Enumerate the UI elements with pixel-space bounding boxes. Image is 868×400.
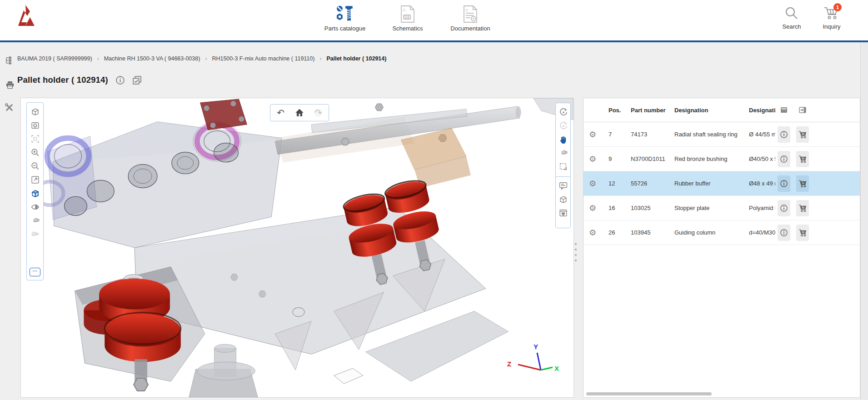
row-add-to-cart-button[interactable] (796, 200, 809, 216)
redo-button[interactable]: ↷ (314, 105, 322, 120)
column-header-designation[interactable]: Designation (668, 107, 742, 114)
inquiry-label: Inquiry (823, 23, 840, 30)
zoom-in-button[interactable] (30, 147, 40, 157)
part-info-button[interactable] (115, 75, 125, 85)
breadcrumb-item-assembly[interactable]: RH1500-3 F-mix Auto machine ( 119110) (212, 55, 314, 62)
rotate-alt-button[interactable] (558, 120, 569, 130)
cell-pos: 7 (602, 131, 624, 138)
cell-pos: 16 (602, 205, 624, 211)
tab-documentation[interactable]: A Documentation (439, 3, 502, 32)
home-view-button[interactable] (294, 108, 304, 118)
documentation-icon: A (462, 3, 479, 23)
rotate-button[interactable] (558, 107, 569, 117)
fit-screen-button[interactable] (30, 175, 40, 185)
svg-text:Y: Y (534, 343, 538, 350)
breadcrumb-item-machine[interactable]: Machine RH 1500-3 VA ( 94663-0038) (104, 55, 200, 62)
assembly-gears-button[interactable]: ⚙⚙ (30, 215, 40, 225)
column-header-pos[interactable]: Pos. (602, 107, 624, 114)
hierarchy-tree-icon[interactable] (5, 56, 14, 65)
column-header-part-number[interactable]: Part number (624, 107, 668, 114)
3d-model-canvas[interactable] (21, 98, 574, 397)
row-info-button[interactable] (778, 175, 790, 192)
print-button[interactable] (5, 81, 15, 90)
svg-text:Z: Z (507, 360, 511, 368)
cube-button[interactable] (558, 194, 569, 204)
viewer-left-toolbar: ⚙⚙ ⚙⚙+ ··· (26, 102, 44, 280)
nav-label-schematics: Schematics (392, 25, 423, 32)
column-header-designation2[interactable]: Designation (742, 107, 775, 114)
row-settings-gear-icon[interactable]: ⚙ (584, 228, 602, 237)
more-tools-button[interactable]: ··· (30, 268, 40, 276)
row-settings-gear-icon[interactable]: ⚙ (584, 203, 602, 213)
collapse-panel-button[interactable] (793, 106, 813, 114)
inquiry-badge: 1 (833, 3, 842, 11)
tools-panel-button[interactable] (5, 103, 14, 112)
viewer-settings-button[interactable] (30, 120, 40, 130)
row-info-button[interactable] (778, 200, 790, 216)
undo-button[interactable]: ↶ (277, 105, 284, 120)
title-row: Pallet holder ( 102914) (17, 75, 142, 85)
transparency-cube-button[interactable] (30, 188, 40, 198)
viewer-panel: ⚙⚙ ⚙⚙+ ··· ↶ ↷ (20, 98, 574, 398)
top-header: Parts catalogue A Schematics (0, 0, 868, 40)
tab-parts-catalogue[interactable]: Parts catalogue (314, 3, 376, 32)
row-add-to-cart-button[interactable] (796, 175, 809, 192)
viewer-output-toolbar (555, 176, 571, 228)
breadcrumb-separator: › (319, 55, 321, 62)
inquiry-button[interactable]: 1 Inquiry (818, 4, 845, 30)
row-settings-gear-icon[interactable]: ⚙ (584, 130, 602, 139)
company-logo[interactable] (14, 2, 40, 29)
page-title: Pallet holder ( 102914) (17, 75, 108, 85)
zoom-out-button[interactable] (30, 161, 40, 171)
search-button[interactable]: Search (778, 4, 805, 30)
breadcrumb-item-project[interactable]: BAUMA 2019 ( SAR9999999) (17, 55, 92, 62)
row-add-to-cart-button[interactable] (796, 225, 809, 241)
breadcrumb: BAUMA 2019 ( SAR9999999) › Machine RH 15… (17, 55, 386, 62)
cell-designation2: Polyamid b (742, 205, 775, 211)
annotation-button[interactable] (558, 180, 569, 190)
row-info-button[interactable] (778, 151, 790, 167)
table-row[interactable]: ⚙ 16 103025 Stopper plate Polyamid b (584, 196, 860, 220)
svg-text:A: A (403, 8, 405, 12)
fit-selection-button[interactable] (30, 134, 40, 144)
cell-designation2: Ø48 x 49 r (742, 180, 775, 187)
viewer-history-toolbar: ↶ ↷ (270, 104, 329, 121)
application-window: Parts catalogue A Schematics (0, 0, 868, 400)
schematics-icon: A (399, 3, 416, 23)
row-settings-gear-icon[interactable]: ⚙ (584, 179, 602, 188)
exchange-gears-button[interactable]: ⚙⚙ (558, 148, 569, 158)
table-row[interactable]: ⚙ 9 N3700D1011 Red bronze bushing Ø40/50… (584, 147, 860, 171)
table-row[interactable]: ⚙ 12 55726 Rubber buffer Ø48 x 49 r (584, 171, 860, 196)
row-add-to-cart-button[interactable] (796, 151, 809, 167)
table-header-row: Pos. Part number Designation Designation (584, 98, 860, 122)
breadcrumb-separator: › (205, 55, 207, 62)
nav-label-parts-catalogue: Parts catalogue (324, 25, 365, 32)
table-view-toggle-button[interactable] (775, 106, 793, 114)
cell-designation: Stopper plate (668, 205, 742, 211)
select-frame-button[interactable] (558, 161, 569, 171)
breadcrumb-item-current: Pallet holder ( 102914) (326, 55, 386, 62)
row-add-to-cart-button[interactable] (796, 126, 809, 143)
search-icon (784, 4, 799, 22)
row-settings-gear-icon[interactable]: ⚙ (584, 154, 602, 164)
print-view-button[interactable] (558, 208, 569, 218)
cell-designation: Radial shaft sealing ring (668, 131, 742, 138)
table-row[interactable]: ⚙ 26 103945 Guiding column d=40/M30 (584, 220, 860, 245)
add-gears-button[interactable]: ⚙⚙+ (30, 229, 40, 239)
row-info-button[interactable] (778, 126, 790, 143)
parts-table-panel: Pos. Part number Designation Designation (583, 98, 860, 398)
multi-select-button[interactable] (132, 75, 142, 85)
tab-schematics[interactable]: A Schematics (376, 3, 439, 32)
panel-splitter-handle[interactable] (575, 243, 577, 261)
svg-text:X: X (554, 365, 559, 372)
visibility-button[interactable] (30, 202, 40, 212)
logo-icon (14, 2, 40, 29)
cube-view-button[interactable] (30, 106, 40, 116)
axis-triad: Y Z X (502, 342, 561, 380)
horizontal-scrollbar-thumb[interactable] (586, 392, 712, 395)
page-scrollbar-gutter[interactable] (860, 42, 868, 400)
cell-pos: 12 (602, 180, 624, 187)
row-info-button[interactable] (778, 225, 790, 241)
pan-hand-button[interactable] (558, 134, 569, 144)
table-row[interactable]: ⚙ 7 74173 Radial shaft sealing ring Ø 44… (584, 122, 860, 147)
